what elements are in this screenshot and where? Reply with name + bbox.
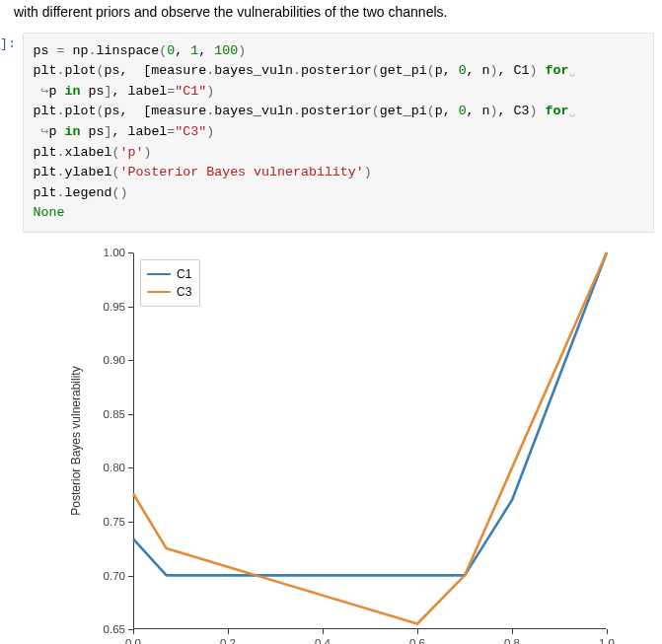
y-tick — [128, 360, 133, 361]
legend-label-c3: C3 — [177, 283, 191, 301]
x-tick — [417, 629, 418, 634]
code-l3: ↪p in ps], label="C1") — [34, 84, 215, 99]
code-l9: None — [34, 205, 65, 220]
legend-swatch-c3 — [147, 291, 171, 293]
y-tick-label: 0.75 — [86, 516, 125, 528]
legend-entry-c1: C1 — [147, 265, 191, 283]
y-tick — [128, 467, 133, 468]
x-tick-label: 1.0 — [599, 637, 615, 644]
legend-swatch-c1 — [147, 273, 171, 275]
y-tick — [128, 522, 133, 523]
y-tick-label: 1.00 — [86, 247, 125, 258]
x-tick — [228, 629, 229, 634]
code-cell: ps = np.linspace(0, 1, 100) plt.plot(ps,… — [23, 33, 654, 233]
y-tick-label: 0.70 — [86, 570, 125, 582]
chart-legend: C1 C3 — [140, 259, 200, 307]
y-tick-label: 0.85 — [86, 408, 125, 420]
legend-label-c1: C1 — [177, 265, 191, 283]
code-l1: ps = np.linspace(0, 1, 100) — [34, 43, 247, 58]
y-axis-title: Posterior Bayes vulnerability — [69, 366, 83, 515]
notebook-input-cell: ]: ps = np.linspace(0, 1, 100) plt.plot(… — [0, 31, 662, 233]
y-tick — [128, 307, 133, 308]
code-l4: plt.plot(ps, [measure.bayes_vuln.posteri… — [34, 104, 575, 118]
intro-paragraph: with different priors and observe the vu… — [0, 0, 662, 31]
code-l8: plt.legend() — [34, 185, 128, 200]
x-tick — [512, 629, 513, 634]
code-l7: plt.ylabel('Posterior Bayes vulnerabilit… — [34, 165, 372, 179]
x-tick — [133, 629, 134, 634]
code-l5: ↪p in ps], label="C3") — [34, 124, 215, 139]
y-tick — [128, 414, 133, 415]
x-tick — [607, 629, 608, 634]
x-tick-label: 0.0 — [125, 637, 141, 644]
y-tick-label: 0.95 — [86, 301, 125, 313]
y-tick-label: 0.80 — [86, 462, 125, 473]
x-tick-label: 0.4 — [315, 637, 331, 644]
y-tick-label: 0.65 — [86, 623, 125, 635]
y-tick — [128, 576, 133, 577]
code-l2: plt.plot(ps, [measure.bayes_vuln.posteri… — [34, 63, 575, 78]
y-tick — [128, 252, 133, 253]
x-tick-label: 0.8 — [504, 637, 520, 644]
legend-entry-c3: C3 — [147, 283, 191, 301]
code-l6: plt.xlabel('p') — [34, 145, 152, 160]
plot-svg — [133, 252, 607, 629]
x-tick-label: 0.6 — [409, 637, 425, 644]
y-tick — [128, 629, 133, 630]
chart-output: C1 C3 Posterior Bayes vulnerability p 0.… — [49, 239, 629, 644]
x-tick — [323, 629, 324, 634]
input-prompt: ]: — [0, 31, 21, 51]
x-tick-label: 0.2 — [220, 637, 236, 644]
y-tick-label: 0.90 — [86, 354, 125, 366]
